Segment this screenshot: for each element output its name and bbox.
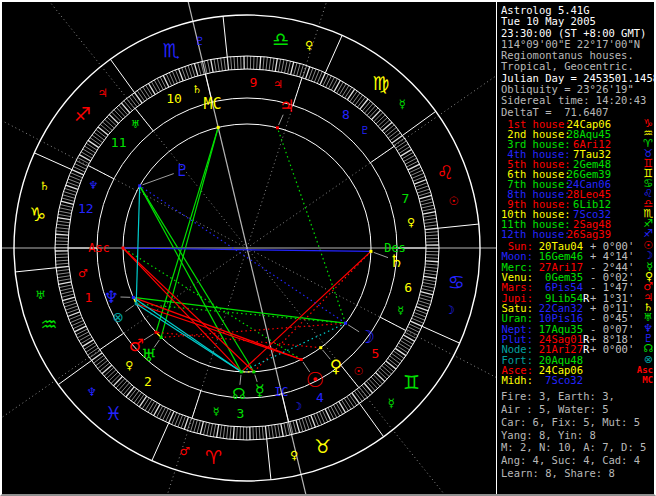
zodiac-sign-icon: ♒ [40, 313, 57, 335]
angle-label-ic: IC [274, 385, 288, 399]
degree-tick [142, 398, 149, 409]
house-separator [370, 146, 394, 162]
degree-tick [82, 340, 93, 347]
degree-tick [79, 335, 90, 341]
degree-tick [237, 56, 238, 69]
degree-tick [102, 122, 112, 131]
degree-tick [417, 189, 429, 193]
degree-tick [376, 115, 385, 124]
degree-tick [56, 224, 69, 226]
aspect-line-squ [136, 304, 301, 360]
aspect-line-squ [241, 251, 371, 371]
degree-tick [98, 127, 108, 135]
sign-ruler-icon: ♅ [35, 288, 45, 302]
aspect-line-tri [277, 128, 345, 323]
degree-tick [217, 58, 219, 71]
degree-tick [84, 343, 95, 350]
planet-glyph-sun: ☉ [305, 368, 324, 392]
degree-tick [237, 427, 238, 440]
planet-glyph-jupi: ♃ [279, 96, 294, 116]
degree-tick [306, 67, 310, 79]
house-separator [293, 78, 302, 106]
degree-tick [294, 63, 297, 76]
degree-tick [275, 425, 277, 438]
house-ruler-icon: ♂ [78, 267, 88, 280]
glyph-connector [125, 305, 133, 311]
degree-tick [184, 417, 188, 429]
degree-tick [425, 228, 438, 229]
degree-tick [299, 419, 303, 431]
degree-tick [422, 286, 435, 289]
degree-tick [121, 103, 130, 113]
sign-boundary [403, 111, 436, 135]
degree-tick [88, 348, 99, 355]
planet-icon: Asc [637, 365, 653, 375]
planet-glyph-node: ☊ [232, 385, 245, 403]
header-line: Tue 10 May 2005 [501, 16, 653, 27]
degree-tick [278, 59, 280, 72]
degree-tick [297, 64, 301, 76]
degree-tick [86, 345, 97, 352]
house-number: 11 [111, 135, 127, 150]
degree-tick [373, 375, 382, 384]
degree-tick [157, 78, 163, 89]
degree-tick [260, 56, 261, 69]
degree-tick [224, 57, 226, 70]
degree-tick [372, 110, 381, 119]
degree-tick [90, 138, 101, 145]
glyph-connector [240, 375, 241, 385]
zodiac-sign-icon: ♎ [272, 28, 289, 50]
degree-tick [423, 215, 436, 217]
degree-tick [367, 106, 376, 116]
degree-tick [397, 346, 408, 353]
degree-tick [302, 418, 306, 430]
degree-tick [364, 383, 373, 393]
degree-tick [234, 56, 235, 69]
degree-tick [416, 307, 428, 311]
degree-tick [350, 91, 357, 102]
degree-tick [296, 420, 300, 433]
degree-tick [88, 140, 99, 147]
stats-line: Yang: 8, Yin: 8 [501, 429, 653, 442]
degree-tick [339, 84, 346, 95]
stats-line: Air : 5, Water: 5 [501, 403, 653, 416]
degree-tick [84, 146, 95, 153]
degree-tick [66, 185, 78, 189]
degree-tick [56, 263, 69, 264]
degree-tick [96, 130, 106, 138]
degree-tick [419, 195, 432, 199]
degree-tick [56, 266, 69, 267]
degree-tick [355, 95, 363, 105]
degree-tick [151, 403, 158, 414]
degree-tick [378, 117, 388, 126]
degree-tick [259, 427, 260, 440]
planet-icon: MC [642, 375, 653, 385]
house-ruler-icon: ♅ [131, 118, 141, 131]
degree-tick [257, 56, 258, 69]
degree-tick [419, 298, 431, 302]
glyph-connector [144, 334, 154, 340]
house-ruler-icon: ♄ [192, 83, 202, 96]
planet-row: Midh: 7Sco32MC [501, 375, 653, 385]
sign-ruler-icon: ♇ [195, 34, 205, 48]
degree-tick [81, 152, 92, 159]
sign-ruler-icon: ♀ [305, 38, 313, 52]
sign-boundary [223, 16, 227, 57]
degree-tick [64, 303, 76, 307]
degree-tick [220, 425, 222, 438]
planet-icon: ⊗ [644, 355, 653, 365]
zodiac-sign-icon: ♉ [314, 435, 331, 457]
house-ruler-icon: ♆ [88, 179, 98, 192]
degree-tick [145, 400, 152, 411]
degree-tick [386, 361, 396, 369]
degree-tick [425, 232, 438, 233]
degree-tick [207, 60, 210, 73]
degree-tick [109, 372, 118, 381]
degree-tick [86, 143, 97, 150]
degree-tick [154, 80, 160, 91]
degree-tick [269, 426, 271, 439]
degree-tick [56, 228, 69, 229]
degree-tick [402, 338, 413, 345]
degree-tick [114, 110, 123, 119]
degree-tick [345, 87, 352, 98]
